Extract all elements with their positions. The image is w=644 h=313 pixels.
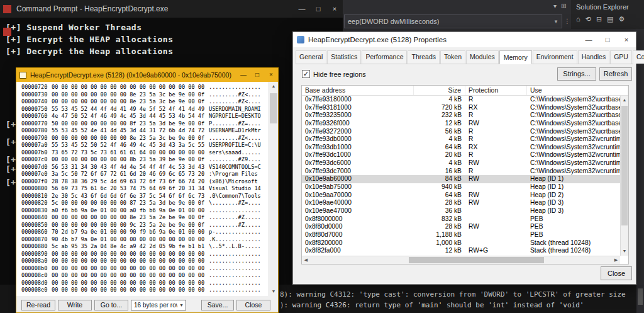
- hex-row: 0000079000 00 00 00 00 00 00 00 8e 23 5a…: [21, 135, 269, 142]
- tab-statistics[interactable]: Statistics: [327, 50, 361, 64]
- minimize-button[interactable]: —: [236, 68, 250, 82]
- memory-row[interactable]: 0x7ffe93181000720 kBRXC:\Windows\System3…: [302, 104, 620, 112]
- hide-free-regions-label: Hide free regions: [313, 71, 366, 78]
- console-lines: [+] Suspend Worker Threads[+] Encrypt th…: [0, 21, 343, 57]
- memory-row[interactable]: 0x10e9ae4700036 kBHeap (ID 3): [302, 207, 620, 215]
- memory-row[interactable]: 0x7ffe9326f00012 kBRWC:\Windows\System32…: [302, 120, 620, 128]
- hex-row: 0000073000 00 00 00 00 00 00 00 8e 23 5a…: [21, 91, 269, 99]
- memory-row[interactable]: 0x10e9ae4000028 kBRWHeap (ID 3): [302, 199, 620, 207]
- scroll-left-icon[interactable]: ◀: [302, 256, 310, 264]
- tab-bar: GeneralStatisticsPerformanceThreadsToken…: [296, 50, 633, 64]
- output-line: ): warning C4326: return type of 'main' …: [280, 300, 626, 310]
- write-button[interactable]: Write: [58, 300, 92, 310]
- checkbox-check-icon[interactable]: ✓: [302, 70, 310, 78]
- memory-row[interactable]: 0x8f82000001,000 kBStack (thread 10248): [302, 239, 620, 248]
- column-base-address[interactable]: Base address: [302, 86, 414, 95]
- bytes-per-row-select[interactable]: 16 bytes per row ▾: [131, 300, 186, 310]
- tab-memory[interactable]: Memory: [499, 50, 532, 64]
- close-button[interactable]: ×: [264, 68, 278, 82]
- memory-row[interactable]: 0x8f80d70001,188 kBPEB: [302, 231, 620, 239]
- hex-row: 00000830a0 f6 b6 9a 0e 01 00 00 a0 fb b6…: [21, 207, 269, 215]
- goto-button[interactable]: Go to...: [94, 300, 128, 310]
- tab-handles[interactable]: Handles: [578, 50, 610, 64]
- minimize-button[interactable]: —: [579, 32, 598, 47]
- hex-close-button[interactable]: Close: [236, 300, 270, 310]
- properties-close-button[interactable]: Close: [601, 266, 632, 280]
- hex-row: 000007d056 53 31 34 30 43 4f 4d 4e 54 4f…: [21, 164, 269, 171]
- hex-row: 000008102e 30 5c 43 6f 6d 6d 6f 6e 37 5c…: [21, 193, 269, 200]
- maximize-button[interactable]: □: [598, 32, 617, 47]
- memory-vertical-scrollbar[interactable]: ▲ ▼: [620, 96, 628, 256]
- tab-token[interactable]: Token: [440, 50, 465, 64]
- memory-row[interactable]: 0x7ffe9327200056 kBRC:\Windows\System32\…: [302, 128, 620, 136]
- vs-member-dropdown[interactable]: eep(DWORD dwMilliseconds) ▾: [344, 14, 562, 28]
- hex-row: 000008805c ab 95 35 2a 04 8e 4c a9 42 2d…: [21, 243, 269, 251]
- collapse-all-icon[interactable]: ⊟: [596, 15, 602, 23]
- scrollbar-thumb[interactable]: [409, 257, 544, 263]
- output-scrollbar[interactable]: [636, 285, 644, 313]
- tab-threads[interactable]: Threads: [408, 50, 440, 64]
- memory-row[interactable]: 0x7ffe93db100064 kBRXC:\Windows\System32…: [302, 144, 620, 152]
- memory-row[interactable]: 0x7ffe93db00004 kBRC:\Windows\System32\v…: [302, 135, 620, 144]
- strings-button[interactable]: Strings...: [557, 67, 596, 81]
- hide-free-regions-checkbox[interactable]: ✓ Hide free regions: [302, 70, 366, 78]
- sync-icon[interactable]: ⟲: [586, 15, 591, 23]
- tab-general[interactable]: General: [296, 50, 326, 64]
- column-size[interactable]: Size: [414, 86, 465, 95]
- memory-row[interactable]: 0x10e9ab75000940 kBHeap (ID 1): [302, 183, 620, 191]
- hex-dump[interactable]: 0000072000 00 00 00 00 00 00 00 00 00 00…: [16, 82, 269, 296]
- scroll-down-icon[interactable]: ▼: [621, 247, 628, 256]
- close-button[interactable]: ×: [326, 0, 343, 18]
- console-partial-line: [+: [6, 164, 16, 174]
- chevron-down-icon: ▾: [550, 18, 562, 25]
- chevron-down-icon[interactable]: ▾: [553, 3, 557, 9]
- scroll-up-icon[interactable]: ▲: [269, 82, 278, 91]
- maximize-button[interactable]: □: [310, 0, 326, 18]
- close-button[interactable]: ×: [617, 32, 636, 47]
- scroll-down-icon[interactable]: ▼: [269, 287, 278, 296]
- scrollbar-thumb[interactable]: [270, 93, 277, 123]
- minimize-button[interactable]: —: [294, 0, 310, 18]
- memory-horizontal-scrollbar[interactable]: ◀ ▶: [302, 256, 620, 264]
- memory-row[interactable]: 0x7ffe93dc60004 kBRWC:\Windows\System32\…: [302, 159, 620, 168]
- memory-row[interactable]: 0x7ffe93dc700016 kBRC:\Windows\System32\…: [302, 168, 620, 176]
- hex-button-bar: Re-read Write Go to... 16 bytes per row …: [16, 296, 278, 312]
- splitter-handle-icon[interactable]: ⋮: [564, 14, 570, 28]
- memory-row[interactable]: 0x10e9aa7000064 kBRWHeap (ID 2): [302, 191, 620, 200]
- scroll-right-icon[interactable]: ▶: [612, 256, 620, 264]
- tab-modules[interactable]: Modules: [466, 50, 499, 64]
- refresh-button[interactable]: Refresh: [599, 67, 632, 81]
- gear-icon[interactable]: ⚙: [619, 15, 625, 23]
- output-lines: 8): warning C4312: 'type cast': conversi…: [280, 289, 626, 310]
- properties-titlebar: HeapEncryptDecrypt.exe (5128) Properties…: [293, 32, 636, 47]
- scrollbar-thumb[interactable]: [638, 288, 643, 305]
- tab-comment[interactable]: Comment: [633, 50, 644, 64]
- hex-row: 000008c000 00 00 00 00 00 00 00 00 00 00…: [21, 272, 269, 280]
- home-icon[interactable]: ⌂: [576, 15, 580, 23]
- save-button[interactable]: Save...: [201, 300, 234, 310]
- column-protection[interactable]: Protection: [465, 86, 527, 95]
- column-use[interactable]: Use: [527, 86, 628, 95]
- hex-vertical-scrollbar[interactable]: ▲ ▼: [269, 82, 278, 296]
- scrollbar-thumb[interactable]: [621, 106, 628, 225]
- show-all-files-icon[interactable]: ▤: [607, 15, 613, 23]
- console-partial-line: [+: [6, 155, 16, 164]
- memory-row[interactable]: 0x10e9ab6000084 kBRWHeap (ID 1): [302, 175, 620, 183]
- memory-row[interactable]: 0x7ffe93dc100020 kBRC:\Windows\System32\…: [302, 151, 620, 159]
- maximize-button[interactable]: □: [250, 68, 264, 82]
- scroll-up-icon[interactable]: ▲: [621, 96, 628, 105]
- dock-grid-icon[interactable]: ⊞: [561, 3, 566, 9]
- memory-row[interactable]: 0x7ffe93235000232 kBRC:\Windows\System32…: [302, 111, 620, 120]
- reread-button[interactable]: Re-read: [21, 300, 55, 310]
- memory-table: Base address Size Protection Use 0x7ffe9…: [301, 85, 629, 265]
- process-properties-window: HeapEncryptDecrypt.exe (5128) Properties…: [292, 31, 636, 285]
- memory-row[interactable]: 0x7ffe931800004 kBRC:\Windows\System32\u…: [302, 96, 620, 104]
- console-line: [+] Suspend Worker Threads: [0, 21, 343, 33]
- tab-environment[interactable]: Environment: [533, 50, 577, 64]
- tab-performance[interactable]: Performance: [362, 50, 407, 64]
- tab-gpu[interactable]: GPU: [610, 50, 632, 64]
- memory-row[interactable]: 0x8f8000000832 kBPEB: [302, 215, 620, 224]
- hex-window-icon: [19, 72, 26, 79]
- memory-row[interactable]: 0x8f82fa00012 kBRW+GStack (thread 10248): [302, 247, 620, 255]
- memory-row[interactable]: 0x8f80d000028 kBRWPEB: [302, 223, 620, 231]
